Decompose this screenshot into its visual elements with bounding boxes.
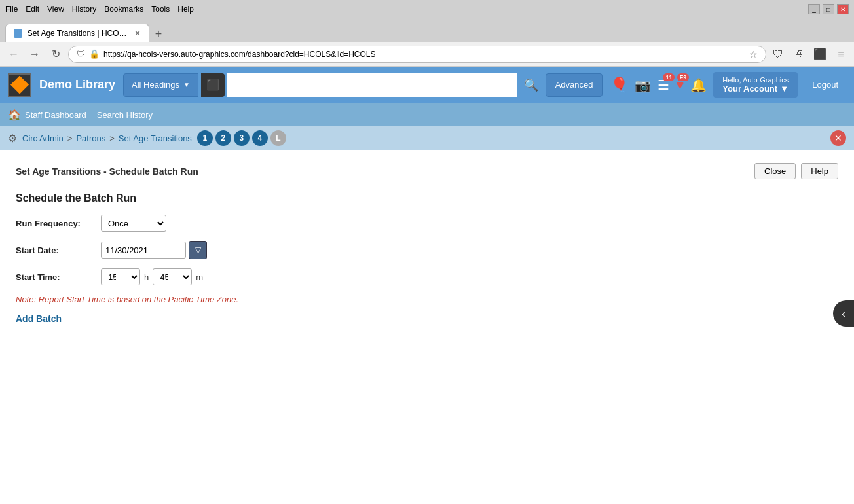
tab-title: Set Age Transitions | HCOLS | h: [28, 29, 129, 38]
page-subtitle: Set Age Transitions - Schedule Batch Run: [16, 166, 198, 177]
lock-icon: 🔒: [89, 49, 100, 59]
menu-history[interactable]: History: [72, 5, 96, 14]
navigation-bar: ← → ↻ 🛡 🔒 ☆ 🛡 🖨 ⬛ ≡: [0, 42, 854, 67]
form-title: Schedule the Batch Run: [16, 192, 838, 204]
account-link[interactable]: Your Account ▼: [722, 84, 789, 94]
close-button[interactable]: Close: [754, 163, 796, 179]
calendar-button[interactable]: ▽: [189, 241, 207, 259]
breadcrumb-bar: ⚙ Circ Admin > Patrons > Set Age Transit…: [0, 126, 854, 150]
account-area[interactable]: Hello, Auto-Graphics Your Account ▼: [713, 72, 798, 98]
f9-badge: F9: [677, 73, 690, 81]
search-type-label: All Headings: [132, 80, 179, 90]
minimize-button[interactable]: _: [808, 4, 820, 14]
database-icon: ⬛: [206, 79, 219, 91]
help-button[interactable]: Help: [801, 163, 838, 179]
breadcrumb: Circ Admin > Patrons > Set Age Transitio…: [22, 134, 192, 143]
menu-tools[interactable]: Tools: [151, 5, 170, 14]
breadcrumb-close-button[interactable]: ✕: [830, 130, 846, 146]
url-input[interactable]: [103, 50, 745, 59]
search-history-nav-item[interactable]: Search History: [97, 106, 153, 124]
tab-close-icon[interactable]: ✕: [134, 29, 141, 38]
start-time-label: Start Time:: [16, 272, 101, 282]
pocket-icon[interactable]: 🛡: [770, 46, 786, 62]
active-tab[interactable]: Set Age Transitions | HCOLS | h ✕: [5, 24, 149, 42]
step-4-button[interactable]: 4: [252, 130, 268, 146]
search-icon: 🔍: [524, 78, 538, 92]
minute-label: m: [196, 272, 203, 282]
bell-icon: 🔔: [690, 77, 707, 93]
home-nav-item[interactable]: 🏠 Staff Dashboard: [8, 105, 86, 125]
run-frequency-select[interactable]: Once Daily Weekly Monthly: [101, 215, 166, 232]
account-label: Your Account: [722, 84, 777, 94]
menu-edit[interactable]: Edit: [26, 5, 39, 14]
back-button[interactable]: ←: [5, 46, 22, 63]
browser-toolbar-icons: 🛡 🖨 ⬛ ≡: [770, 46, 849, 62]
address-bar[interactable]: 🛡 🔒 ☆: [68, 46, 766, 63]
database-icon-button[interactable]: ⬛: [201, 73, 225, 97]
start-date-input[interactable]: [101, 242, 186, 259]
step-3-button[interactable]: 3: [234, 130, 250, 146]
chevron-down-icon: ▼: [183, 81, 190, 88]
heart-icon-wrap[interactable]: ♥ F9: [676, 77, 684, 92]
tab-favicon: [14, 29, 22, 38]
minute-select[interactable]: 45: [153, 268, 192, 285]
greeting-text: Hello, Auto-Graphics: [722, 76, 789, 84]
advanced-search-button[interactable]: Advanced: [546, 73, 603, 97]
window-controls: _ □ ✕: [808, 4, 849, 14]
staff-dashboard-label: Staff Dashboard: [25, 110, 86, 120]
reload-button[interactable]: ↻: [47, 46, 64, 63]
search-go-button[interactable]: 🔍: [519, 73, 543, 97]
menu-help[interactable]: Help: [177, 5, 194, 14]
bell-icon-wrap[interactable]: 🔔: [690, 77, 707, 93]
maximize-button[interactable]: □: [823, 4, 834, 14]
start-time-row: Start Time: 15 h 45 m: [16, 268, 838, 285]
home-icon: 🏠: [8, 109, 21, 121]
shield-icon: 🛡: [77, 49, 85, 59]
step-1-button[interactable]: 1: [197, 130, 213, 146]
list-badge: 11: [663, 73, 675, 81]
start-date-label: Start Date:: [16, 245, 101, 255]
timezone-note: Note: Report Start Time is based on the …: [16, 295, 838, 304]
run-frequency-row: Run Frequency: Once Daily Weekly Monthly: [16, 215, 838, 232]
close-window-button[interactable]: ✕: [837, 4, 849, 14]
list-icon-wrap[interactable]: ☰ 11: [658, 77, 669, 93]
forward-button[interactable]: →: [26, 46, 43, 63]
camera-icon: 📷: [635, 77, 651, 93]
library-name: Demo Library: [39, 78, 115, 92]
menu-bookmarks[interactable]: Bookmarks: [104, 5, 143, 14]
action-buttons: Close Help: [754, 163, 838, 179]
menu-bar: File Edit View History Bookmarks Tools H…: [5, 5, 194, 14]
tab-bar: Set Age Transitions | HCOLS | h ✕ +: [0, 18, 854, 42]
logout-button[interactable]: Logout: [804, 76, 846, 94]
hour-select[interactable]: 15: [101, 268, 140, 285]
page-title-bar: Set Age Transitions - Schedule Batch Run…: [16, 163, 838, 179]
extension-icon[interactable]: ⬛: [812, 46, 828, 62]
app-logo: [8, 73, 31, 97]
search-input[interactable]: [227, 73, 517, 97]
camera-icon-wrap[interactable]: 📷: [635, 77, 651, 93]
menu-file[interactable]: File: [5, 5, 18, 14]
breadcrumb-set-age[interactable]: Set Age Transitions: [119, 134, 192, 143]
run-frequency-label: Run Frequency:: [16, 219, 101, 228]
new-tab-button[interactable]: +: [151, 26, 166, 42]
calendar-icon: ▽: [195, 245, 201, 255]
search-history-label: Search History: [97, 110, 153, 120]
balloon-icon-wrap[interactable]: 🎈: [610, 77, 628, 94]
circ-admin-icon: ⚙: [8, 132, 17, 145]
add-batch-link[interactable]: Add Batch: [16, 314, 62, 324]
start-date-row: Start Date: ▽: [16, 241, 838, 259]
step-l-button[interactable]: L: [270, 130, 286, 146]
step-2-button[interactable]: 2: [215, 130, 231, 146]
menu-icon[interactable]: ≡: [833, 46, 849, 62]
back-arrow-button[interactable]: ‹: [833, 300, 854, 327]
browser-chrome: File Edit View History Bookmarks Tools H…: [0, 0, 854, 67]
step-buttons: 1 2 3 4 L: [197, 130, 286, 146]
search-type-button[interactable]: All Headings ▼: [123, 73, 198, 97]
breadcrumb-patrons[interactable]: Patrons: [76, 134, 105, 143]
breadcrumb-circ-admin[interactable]: Circ Admin: [22, 134, 64, 143]
hour-label: h: [144, 272, 149, 282]
print-icon[interactable]: 🖨: [791, 46, 807, 62]
menu-view[interactable]: View: [47, 5, 64, 14]
app-header: Demo Library All Headings ▼ ⬛ 🔍 Advanced…: [0, 67, 854, 103]
star-icon[interactable]: ☆: [749, 49, 758, 60]
